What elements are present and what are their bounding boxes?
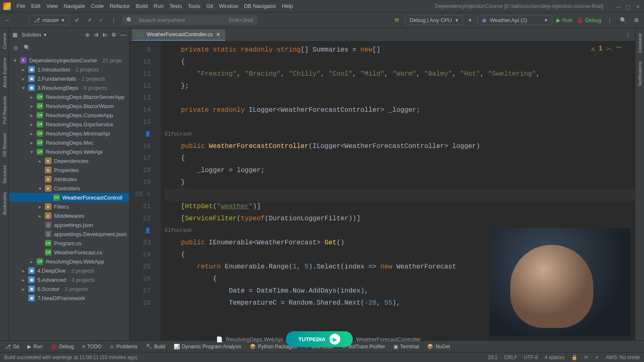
indent[interactable]: 4 spaces — [545, 355, 565, 360]
tree-item[interactable]: ▸▸Middlewares — [9, 211, 129, 220]
menu-code[interactable]: Code — [91, 3, 104, 9]
left-tab-bookmarks[interactable]: Bookmarks — [1, 190, 8, 217]
tree-item[interactable]: ▸C#ResolvingDeps.Mvc — [9, 138, 129, 147]
hammer-build-icon[interactable]: ⚒ — [393, 16, 401, 24]
tree-item[interactable]: ▸▣5.Advanced · 3 projects — [9, 275, 129, 284]
menu-run[interactable]: Run — [154, 3, 164, 9]
left-tab-dbbrowser[interactable]: DB Browser — [1, 130, 8, 160]
search-icon[interactable]: 🔍 — [618, 16, 628, 24]
close-icon[interactable]: ✕ — [636, 4, 641, 9]
search-icon[interactable]: 🔍 — [24, 44, 30, 51]
push-icon[interactable]: ✓ — [97, 16, 105, 24]
tree-item[interactable]: ▸C#ResolvingDeps.WebApp — [9, 257, 129, 266]
menu-view[interactable]: View — [46, 3, 58, 9]
tree-item[interactable]: ▸▣2.Fundamentals · 2 projects — [9, 74, 129, 83]
bt-git[interactable]: ⎇ Git — [5, 344, 19, 350]
more-icon[interactable]: ⋮ — [605, 16, 614, 24]
nav-back-icon[interactable]: ← — [3, 16, 12, 24]
commit-icon[interactable]: ↗ — [85, 16, 93, 24]
tree-item[interactable]: ▸▣1.Introduction · 2 projects — [9, 65, 129, 74]
solution-tree[interactable]: ▾ S DependencyInjectionCourse · 21 proje… — [9, 54, 129, 340]
crumb-class[interactable]: WeatherForecastController — [356, 336, 421, 341]
solution-dropdown[interactable]: Solution ▾ — [22, 32, 47, 38]
chevron-down-icon[interactable]: ▾ — [467, 16, 473, 24]
debug-button[interactable]: 🐞 Debug — [577, 17, 601, 23]
tree-item[interactable]: ▸▣6.Scrutor · 2 projects — [9, 284, 129, 293]
menu-tests[interactable]: Tests — [170, 3, 182, 9]
editor-tab-active[interactable]: C# WeatherForecastController.cs ✕ — [132, 29, 225, 41]
chevron-up-icon[interactable]: ︿ — [606, 44, 612, 53]
caret-position[interactable]: 20:1 — [488, 355, 497, 360]
crumb-project[interactable]: ResolvingDeps.WebApi — [226, 336, 283, 341]
current-line[interactable] — [165, 189, 635, 201]
encoding[interactable]: UTF-8 — [524, 355, 538, 360]
tree-item[interactable]: ▸C#ResolvingDeps.GrpcService — [9, 120, 129, 129]
right-tab-notifications[interactable]: Notifications — [637, 59, 643, 89]
menu-build[interactable]: Build — [136, 3, 148, 9]
gear-icon[interactable]: ⚙ — [632, 16, 641, 24]
build-config-selector[interactable]: Debug | Any CPU ▾ — [405, 15, 463, 25]
menu-refactor[interactable]: Refactor — [110, 3, 130, 9]
right-tab-database[interactable]: Database — [637, 31, 643, 55]
tree-item[interactable]: ▸C#ResolvingDeps.BlazorWasm — [9, 101, 129, 111]
tree-item[interactable]: ▸C#ResolvingDeps.BlazorServerApp — [9, 92, 129, 101]
menu-dbnavigator[interactable]: DB Navigator — [244, 3, 276, 9]
menu-git[interactable]: Git — [206, 3, 213, 9]
code-area[interactable]: 9101112131415 👤 16171819 20 ✎ 2122 👤 232… — [130, 42, 635, 340]
tree-item[interactable]: {}appsettings.json — [9, 220, 129, 229]
run-button[interactable]: ▶ Run — [556, 17, 573, 23]
inspection-widget[interactable]: ⚠ 1 ︿ ﹀ — [591, 44, 622, 53]
menu-file[interactable]: File — [17, 3, 25, 9]
tree-item[interactable]: ▸C#ResolvingDeps.MinimalApi — [9, 129, 129, 138]
bt-nuget[interactable]: 📦 NuGet — [427, 344, 450, 350]
bt-todo[interactable]: ≡ TODO — [82, 344, 101, 350]
tree-item[interactable]: C#WeatherForecast.cs — [9, 248, 129, 257]
gear-icon[interactable]: ⚙ — [111, 32, 116, 38]
left-tab-commit[interactable]: Commit — [1, 31, 8, 52]
nav-forward-icon[interactable]: → — [16, 16, 25, 24]
ok-icon[interactable]: ✔ — [595, 355, 599, 360]
run-config-selector[interactable]: ◉ Weather.Api (2) ▾ — [477, 15, 552, 25]
tree-item[interactable]: ▾C#ResolvingDeps.WebApi — [9, 147, 129, 156]
target-icon[interactable]: ◎ — [13, 44, 18, 51]
menu-window[interactable]: Window — [219, 3, 238, 9]
update-project-icon[interactable]: ✔ — [73, 16, 81, 24]
menu-edit[interactable]: Edit — [31, 3, 40, 9]
search-everywhere[interactable]: 🔍 Search everywhere Shift+Shift — [122, 15, 258, 25]
git-branch-selector[interactable]: ⎇ master ▾ — [29, 15, 69, 25]
tree-item[interactable]: ▾▸Controllers — [9, 184, 129, 193]
history-icon[interactable]: ⋮ — [109, 16, 118, 24]
menu-navigate[interactable]: Navigate — [64, 3, 85, 9]
hide-icon[interactable]: — — [120, 32, 126, 38]
locate-icon[interactable]: ⊕ — [85, 32, 90, 38]
left-tab-structure[interactable]: Structure — [1, 163, 8, 186]
more-icon[interactable]: ⋮ — [625, 32, 635, 38]
tree-item[interactable]: ▸Properties — [9, 165, 129, 175]
bt-run[interactable]: ▶ Run — [27, 344, 42, 350]
minimize-icon[interactable]: — — [616, 4, 621, 9]
menu-help[interactable]: Help — [282, 3, 293, 9]
bt-problems[interactable]: ⚠ Problems — [110, 344, 138, 350]
maximize-icon[interactable]: ▢ — [626, 4, 631, 9]
left-tab-azure[interactable]: Azure Explorer — [1, 55, 8, 90]
tree-item[interactable]: ▸▸Filters — [9, 202, 129, 211]
readonly-icon[interactable]: 🔒 — [571, 355, 578, 360]
bt-debug[interactable]: 🐞 Debug — [51, 344, 74, 350]
sync-icon[interactable]: ⟳ — [584, 355, 588, 360]
bt-build[interactable]: 🔨 Build — [146, 344, 165, 350]
aws-status[interactable]: AWS: No crede — [606, 355, 640, 360]
tree-item[interactable]: ▸Attributes — [9, 175, 129, 184]
left-tab-pullrequests[interactable]: Pull Requests — [1, 94, 8, 127]
chevron-down-icon[interactable]: ﹀ — [616, 44, 622, 53]
tree-item[interactable]: ▸▣4.DeepDive · 2 projects — [9, 266, 129, 275]
tree-item[interactable]: C#Program.cs — [9, 239, 129, 248]
line-sep[interactable]: CRLF — [504, 355, 517, 360]
tree-item[interactable]: {}appsettings.Development.json — [9, 229, 129, 239]
tree-root[interactable]: ▾ S DependencyInjectionCourse · 21 proje — [9, 56, 129, 65]
collapse-icon[interactable]: ⇇ — [103, 32, 107, 38]
menu-tools[interactable]: Tools — [188, 3, 200, 9]
tree-item[interactable]: ▸C#ResolvingDeps.ConsoleApp — [9, 111, 129, 120]
tree-item[interactable]: C#WeatherForecastControll — [9, 193, 129, 202]
close-tab-icon[interactable]: ✕ — [216, 32, 220, 37]
tree-item[interactable]: ▣7.NewDIFramework — [9, 293, 129, 303]
